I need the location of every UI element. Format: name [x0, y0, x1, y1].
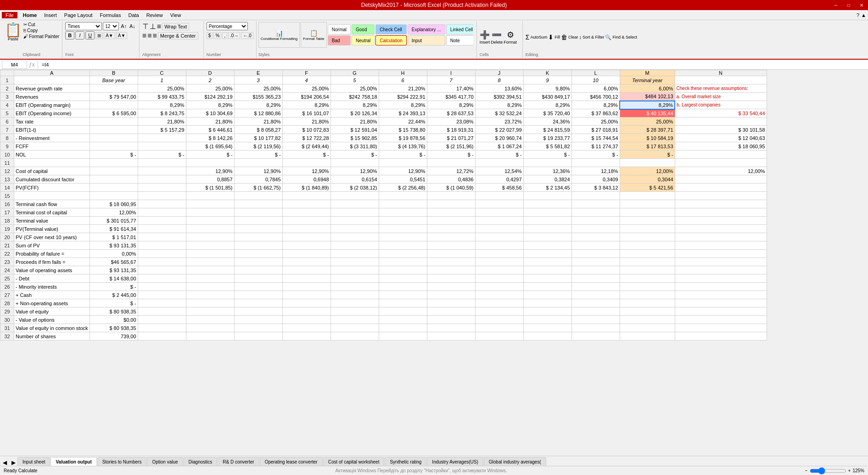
- table-cell[interactable]: [523, 233, 571, 241]
- table-cell[interactable]: [475, 299, 523, 307]
- table-cell[interactable]: $ 40 135,44: [620, 109, 675, 117]
- table-cell[interactable]: [186, 241, 234, 250]
- table-cell[interactable]: EBIT(1-t): [14, 126, 90, 134]
- table-cell[interactable]: [571, 250, 620, 258]
- col-b-header[interactable]: B: [90, 70, 138, 76]
- table-cell[interactable]: FCFF: [14, 142, 90, 151]
- table-cell[interactable]: [675, 291, 767, 299]
- table-cell[interactable]: Sum of PV: [14, 241, 90, 250]
- table-cell[interactable]: 0,4836: [427, 175, 475, 184]
- table-cell[interactable]: [186, 299, 234, 307]
- table-cell[interactable]: [523, 258, 571, 266]
- table-cell[interactable]: $484 102,13: [620, 93, 675, 101]
- find-select-btn[interactable]: 🔍 Find & Select: [605, 34, 637, 40]
- table-cell[interactable]: $ 22 027,99: [475, 126, 523, 134]
- table-cell[interactable]: [282, 200, 330, 208]
- table-cell[interactable]: $ -: [379, 151, 427, 159]
- table-cell[interactable]: 12,18%: [571, 167, 620, 175]
- table-cell[interactable]: 9: [523, 76, 571, 84]
- table-cell[interactable]: [427, 274, 475, 283]
- table-cell[interactable]: $392 394,51: [475, 93, 523, 101]
- table-cell[interactable]: [90, 126, 138, 134]
- table-cell[interactable]: [523, 250, 571, 258]
- table-cell[interactable]: [330, 307, 379, 316]
- table-cell[interactable]: [620, 316, 675, 324]
- table-cell[interactable]: [475, 159, 523, 167]
- table-cell[interactable]: [330, 316, 379, 324]
- table-cell[interactable]: 12,72%: [427, 167, 475, 175]
- table-cell[interactable]: [427, 316, 475, 324]
- table-cell[interactable]: $ 20 960,74: [475, 134, 523, 142]
- table-cell[interactable]: [620, 283, 675, 291]
- autosum-btn[interactable]: Σ AutoSum: [526, 34, 548, 41]
- underline-btn[interactable]: U: [85, 31, 95, 39]
- table-cell[interactable]: [379, 225, 427, 233]
- table-cell[interactable]: [571, 233, 620, 241]
- table-cell[interactable]: [620, 332, 675, 341]
- table-cell[interactable]: $430 849,17: [523, 93, 571, 101]
- col-i-header[interactable]: I: [427, 70, 475, 76]
- wrap-text-btn[interactable]: Wrap Text: [162, 23, 189, 30]
- zoom-out-btn[interactable]: −: [805, 468, 808, 473]
- table-cell[interactable]: PV(FCFF): [14, 184, 90, 192]
- insert-menu[interactable]: Insert: [40, 12, 61, 18]
- table-cell[interactable]: $345 417,70: [427, 93, 475, 101]
- table-cell[interactable]: [379, 258, 427, 266]
- table-cell[interactable]: $ -: [330, 151, 379, 159]
- table-cell[interactable]: $ -: [282, 151, 330, 159]
- table-cell[interactable]: Revenues: [14, 93, 90, 101]
- table-cell[interactable]: 12,90%: [282, 167, 330, 175]
- table-cell[interactable]: $ (1 662,75): [234, 184, 282, 192]
- table-cell[interactable]: Proceeds if firm fails =: [14, 258, 90, 266]
- table-cell[interactable]: [379, 316, 427, 324]
- bad-style-btn[interactable]: Bad: [328, 35, 351, 45]
- table-cell[interactable]: [675, 225, 767, 233]
- top-align-btn[interactable]: ⊤: [142, 22, 149, 31]
- table-cell[interactable]: Cost of capital: [14, 167, 90, 175]
- format-btn[interactable]: ⚙ Format: [504, 30, 517, 45]
- table-cell[interactable]: Probability of failure =: [14, 250, 90, 258]
- table-cell[interactable]: $ 12 722,28: [282, 134, 330, 142]
- sheet-tab[interactable]: Global industry averages(: [484, 457, 546, 466]
- table-cell[interactable]: [138, 200, 186, 208]
- table-cell[interactable]: [620, 324, 675, 332]
- format-painter-btn[interactable]: 🖌 Format Painter: [23, 34, 59, 39]
- table-cell[interactable]: [571, 266, 620, 274]
- table-cell[interactable]: [475, 266, 523, 274]
- file-menu[interactable]: File: [2, 12, 17, 18]
- table-cell[interactable]: $ 2 134,45: [523, 184, 571, 192]
- table-cell[interactable]: [330, 274, 379, 283]
- table-cell[interactable]: [523, 307, 571, 316]
- table-cell[interactable]: Terminal year: [620, 76, 675, 84]
- table-cell[interactable]: [379, 241, 427, 250]
- table-cell[interactable]: [379, 307, 427, 316]
- table-cell[interactable]: [234, 192, 282, 200]
- table-cell[interactable]: [282, 159, 330, 167]
- table-cell[interactable]: [427, 266, 475, 274]
- table-cell[interactable]: $ -: [571, 151, 620, 159]
- table-cell[interactable]: [675, 307, 767, 316]
- table-cell[interactable]: 23,08%: [427, 117, 475, 126]
- table-cell[interactable]: [571, 316, 620, 324]
- table-cell[interactable]: $ -: [90, 151, 138, 159]
- number-format-select[interactable]: Percentage: [207, 22, 248, 30]
- table-cell[interactable]: [282, 299, 330, 307]
- table-cell[interactable]: [427, 241, 475, 250]
- table-cell[interactable]: [675, 159, 767, 167]
- table-cell[interactable]: 17,40%: [427, 84, 475, 93]
- table-cell[interactable]: [571, 217, 620, 225]
- table-cell[interactable]: [427, 307, 475, 316]
- table-cell[interactable]: Cumulated discount factor: [14, 175, 90, 184]
- table-cell[interactable]: 21,20%: [379, 84, 427, 93]
- table-cell[interactable]: [186, 291, 234, 299]
- table-cell[interactable]: [234, 208, 282, 217]
- table-cell[interactable]: 8,29%: [138, 101, 186, 109]
- table-cell[interactable]: $ 10 584,19: [620, 134, 675, 142]
- table-cell[interactable]: [379, 192, 427, 200]
- table-cell[interactable]: [523, 316, 571, 324]
- table-cell[interactable]: [138, 283, 186, 291]
- table-cell[interactable]: EBIT (Operating income): [14, 109, 90, 117]
- table-cell[interactable]: $ 8 058,27: [234, 126, 282, 134]
- table-cell[interactable]: 10: [571, 76, 620, 84]
- table-cell[interactable]: [475, 258, 523, 266]
